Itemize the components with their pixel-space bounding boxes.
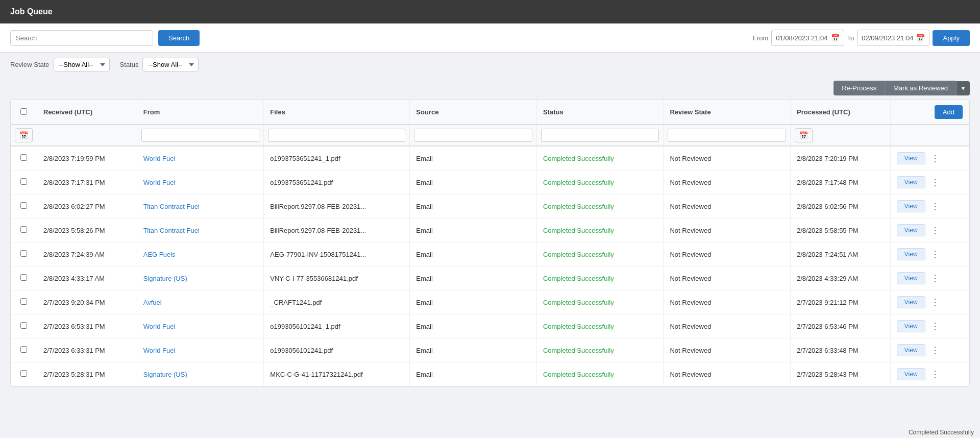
view-button[interactable]: View [897, 248, 925, 260]
row-from-link[interactable]: Titan Contract Fuel [143, 227, 200, 234]
row-checkbox-9[interactable] [20, 370, 27, 377]
col-from: From [137, 100, 264, 125]
select-all-checkbox[interactable] [20, 108, 27, 115]
row-from-link[interactable]: Avfuel [143, 299, 162, 306]
row-checkbox-4[interactable] [20, 250, 27, 257]
view-button[interactable]: View [897, 296, 925, 308]
row-status: Completed Successfully [536, 314, 664, 338]
col-review-state: Review State [664, 100, 791, 125]
view-button[interactable]: View [897, 224, 925, 236]
row-review-state: Not Reviewed [664, 314, 791, 338]
row-actions-cell: View ⋮ [897, 368, 963, 381]
row-review-state: Not Reviewed [664, 194, 791, 218]
status-badge: Completed Successfully [543, 203, 614, 210]
row-received: 2/8/2023 7:17:31 PM [37, 171, 137, 194]
review-state-filter-input[interactable] [668, 129, 786, 142]
status-filter-input[interactable] [541, 129, 659, 142]
view-button[interactable]: View [897, 152, 925, 164]
more-options-button[interactable]: ⋮ [927, 296, 943, 309]
row-actions: View ⋮ [890, 194, 969, 218]
view-button[interactable]: View [897, 200, 925, 212]
header-bar: Job Queue [0, 0, 980, 23]
filter-checkbox-cell: 📅 [11, 125, 37, 146]
row-processed: 2/7/2023 6:53:46 PM [791, 314, 891, 338]
row-checkbox-1[interactable] [20, 178, 27, 185]
row-from-link[interactable]: AEG Fuels [143, 251, 176, 258]
reprocess-button[interactable]: Re-Process [834, 81, 885, 95]
status-badge: Completed Successfully [543, 371, 614, 378]
mark-reviewed-caret-button[interactable]: ▾ [956, 81, 970, 95]
table-row: 2/7/2023 5:28:31 PM Signature (US) MKC-C… [11, 362, 969, 386]
more-options-button[interactable]: ⋮ [927, 320, 943, 333]
view-button[interactable]: View [897, 368, 925, 380]
review-state-select[interactable]: --Show All-- [54, 58, 110, 71]
status-select[interactable]: --Show All-- [142, 58, 199, 71]
row-received: 2/8/2023 6:02:27 PM [37, 194, 137, 218]
received-calendar-button[interactable]: 📅 [15, 128, 33, 142]
row-from-link[interactable]: World Fuel [143, 179, 176, 186]
apply-button[interactable]: Apply [933, 30, 970, 46]
from-filter-input[interactable] [141, 129, 260, 142]
row-from-link[interactable]: World Fuel [143, 347, 176, 354]
row-files: o1993753651241_1.pdf [264, 146, 410, 171]
view-button[interactable]: View [897, 272, 925, 284]
row-processed: 2/7/2023 5:28:43 PM [791, 362, 891, 386]
row-checkbox-cell [11, 314, 37, 338]
view-button[interactable]: View [897, 344, 925, 356]
row-checkbox-8[interactable] [20, 346, 27, 353]
more-options-button[interactable]: ⋮ [927, 200, 943, 213]
search-button[interactable]: Search [158, 30, 200, 46]
more-options-button[interactable]: ⋮ [927, 224, 943, 237]
row-from: World Fuel [137, 146, 264, 171]
date-range: From 01/08/2023 21:04 📅 To 02/09/2023 21… [753, 30, 970, 46]
filter-actions-cell [890, 125, 969, 146]
row-source: Email [410, 242, 537, 266]
review-state-filter: Review State --Show All-- [10, 58, 110, 71]
row-files: BillReport.9297.08-FEB-20231... [264, 218, 410, 242]
source-filter-input[interactable] [414, 129, 532, 142]
search-input[interactable] [10, 30, 153, 46]
page-title: Job Queue [10, 7, 53, 16]
row-checkbox-5[interactable] [20, 274, 27, 281]
row-from-link[interactable]: Signature (US) [143, 371, 187, 378]
row-from: World Fuel [137, 314, 264, 338]
more-options-button[interactable]: ⋮ [927, 368, 943, 381]
mark-reviewed-button[interactable]: Mark as Reviewed [885, 81, 956, 95]
row-from-link[interactable]: World Fuel [143, 323, 176, 330]
row-status: Completed Successfully [536, 266, 664, 290]
row-actions-cell: View ⋮ [897, 320, 963, 333]
from-date-value: 01/08/2023 21:04 [776, 34, 827, 42]
col-source: Source [410, 100, 537, 125]
view-button[interactable]: View [897, 176, 925, 188]
row-from-link[interactable]: Titan Contract Fuel [143, 203, 200, 210]
table-row: 2/8/2023 7:19:59 PM World Fuel o19937536… [11, 146, 969, 171]
filter-received-cell [37, 125, 137, 146]
more-options-button[interactable]: ⋮ [927, 344, 943, 357]
row-source: Email [410, 290, 537, 314]
filter-source-cell [410, 125, 537, 146]
row-checkbox-3[interactable] [20, 226, 27, 233]
files-filter-input[interactable] [268, 129, 405, 142]
processed-calendar-button[interactable]: 📅 [795, 128, 813, 142]
to-calendar-icon[interactable]: 📅 [916, 34, 925, 42]
more-options-button[interactable]: ⋮ [927, 248, 943, 261]
row-checkbox-7[interactable] [20, 322, 27, 329]
row-checkbox-0[interactable] [20, 154, 27, 161]
row-from-link[interactable]: Signature (US) [143, 275, 187, 282]
more-options-button[interactable]: ⋮ [927, 176, 943, 189]
add-button[interactable]: Add [935, 105, 963, 119]
row-checkbox-2[interactable] [20, 202, 27, 209]
status-filter: Status --Show All-- [120, 58, 199, 71]
from-calendar-icon[interactable]: 📅 [831, 34, 840, 42]
more-options-button[interactable]: ⋮ [927, 152, 943, 165]
row-actions-cell: View ⋮ [897, 200, 963, 213]
row-status: Completed Successfully [536, 146, 664, 171]
row-source: Email [410, 171, 537, 194]
more-options-button[interactable]: ⋮ [927, 272, 943, 285]
row-from: Titan Contract Fuel [137, 218, 264, 242]
row-from-link[interactable]: World Fuel [143, 155, 176, 162]
row-files: AEG-77901-INV-15081751241... [264, 242, 410, 266]
view-button[interactable]: View [897, 320, 925, 332]
row-checkbox-6[interactable] [20, 298, 27, 305]
row-from: World Fuel [137, 171, 264, 194]
